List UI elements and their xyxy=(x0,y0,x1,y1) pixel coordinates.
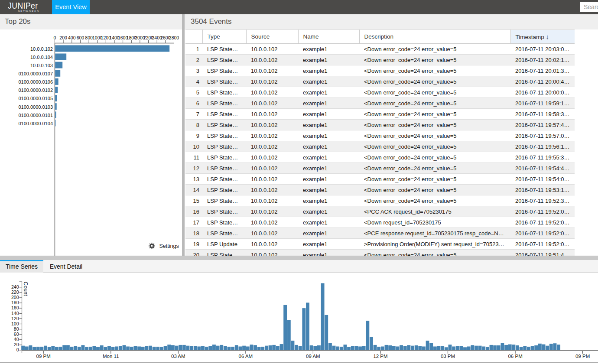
svg-text:0100.0000.0101: 0100.0000.0101 xyxy=(18,113,53,118)
svg-text:12 PM: 12 PM xyxy=(373,354,387,359)
svg-text:10.0.0.102: 10.0.0.102 xyxy=(30,46,53,52)
svg-text:220: 220 xyxy=(11,289,19,295)
svg-text:240: 240 xyxy=(11,284,19,289)
svg-text:Mon 11: Mon 11 xyxy=(103,354,119,359)
svg-text:09 PM: 09 PM xyxy=(36,354,51,359)
svg-text:400: 400 xyxy=(68,35,76,40)
svg-text:10.0.0.104: 10.0.0.104 xyxy=(30,55,53,60)
svg-text:09 PM: 09 PM xyxy=(575,354,590,359)
svg-text:0: 0 xyxy=(16,347,19,352)
svg-text:120: 120 xyxy=(11,316,19,321)
svg-text:40: 40 xyxy=(14,337,19,342)
svg-text:0100.0000.0102: 0100.0000.0102 xyxy=(18,88,53,93)
svg-text:06 AM: 06 AM xyxy=(239,354,253,359)
svg-text:200: 200 xyxy=(59,35,67,40)
svg-text:100: 100 xyxy=(11,321,19,326)
svg-text:03 AM: 03 AM xyxy=(171,354,185,359)
svg-text:0100.0000.0107: 0100.0000.0107 xyxy=(18,71,53,76)
svg-text:600: 600 xyxy=(77,35,84,40)
svg-text:800: 800 xyxy=(85,35,93,40)
svg-text:0100.0000.0105: 0100.0000.0105 xyxy=(18,96,53,101)
svg-text:Count: Count xyxy=(23,282,29,296)
svg-text:0100.0000.0106: 0100.0000.0106 xyxy=(18,79,53,84)
svg-text:20: 20 xyxy=(14,342,19,347)
svg-text:60: 60 xyxy=(14,332,19,337)
svg-text:80: 80 xyxy=(14,326,19,332)
svg-text:2800: 2800 xyxy=(169,35,179,40)
svg-text:10.0.0.103: 10.0.0.103 xyxy=(30,63,53,68)
svg-text:0100.0000.0104: 0100.0000.0104 xyxy=(18,121,53,126)
svg-text:0100.0000.0103: 0100.0000.0103 xyxy=(18,104,53,110)
svg-text:0: 0 xyxy=(54,35,56,40)
svg-text:180: 180 xyxy=(11,300,19,305)
svg-text:200: 200 xyxy=(11,295,19,300)
svg-text:160: 160 xyxy=(11,305,19,310)
svg-text:09 AM: 09 AM xyxy=(306,354,320,359)
svg-text:140: 140 xyxy=(11,311,19,316)
svg-text:06 PM: 06 PM xyxy=(508,354,522,359)
svg-text:03 PM: 03 PM xyxy=(441,354,455,359)
